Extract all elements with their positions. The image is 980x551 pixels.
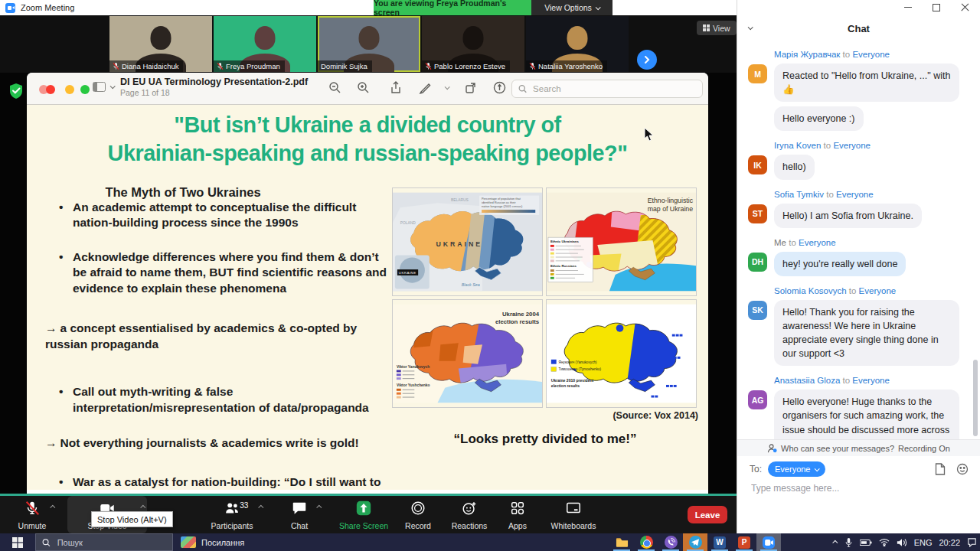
chat-recipient[interactable]: Everyone [859,286,897,295]
slide-arrow-item[interactable]: →a concept essentialised by academics & … [45,321,391,352]
chat-sender-line[interactable]: Iryna Koven to Everyone [774,141,871,150]
chat-to-word[interactable]: to [843,376,851,385]
slide-item-marker[interactable]: • [59,249,63,265]
chat-message-group[interactable]: STSofia Tymkiv to EveryoneHello) I am So… [737,190,980,228]
avatar[interactable]: IK [748,155,767,174]
battery-icon[interactable] [860,539,872,546]
chat-message-list[interactable]: MМарія Журавчак to EveryoneReacted to "H… [737,40,980,439]
participant-video[interactable]: Pablo Lorenzo Esteve [422,16,524,72]
sidebar-toggle-button[interactable] [93,82,114,92]
chat-sender-name[interactable]: Solomia Kosovych [774,286,847,295]
unmute-options-caret[interactable] [50,505,55,510]
chat-bubbles[interactable]: Hello everyone! Huge thanks to the organ… [774,385,959,439]
view-options-button[interactable]: View Options [531,0,612,15]
chat-sender-name[interactable]: Anastasiia Gloza [774,376,840,385]
avatar[interactable]: SK [748,301,767,320]
chat-input-area[interactable] [750,481,964,494]
taskbar-search-input[interactable] [56,537,166,548]
participant-name[interactable]: Nataliia Yaroshenko [538,62,603,70]
participant-name[interactable]: Diana Haidaichuk [122,62,178,70]
share-screen-button[interactable]: Share Screen [328,496,400,533]
slide-arrow-item[interactable]: →Not everything journalists & academics … [45,435,391,451]
avatar[interactable]: M [748,64,767,83]
markup-button[interactable] [413,82,436,94]
maximize-icon[interactable] [933,3,941,11]
chat-message-bubble[interactable]: hey! you're really well done [774,252,906,276]
chat-message-group[interactable]: DHMe to Everyonehey! you're really well … [737,238,980,276]
chat-options-caret[interactable] [316,505,322,510]
language-indicator[interactable]: ENG [914,538,933,547]
chat-bubbles[interactable]: hey! you're really well done [774,247,906,276]
share-export-button[interactable] [378,81,413,94]
chat-sender-line[interactable]: Anastasiia Gloza to Everyone [774,376,959,385]
privacy-question[interactable]: Who can see your messages? [781,444,894,453]
whiteboards-button[interactable]: Whiteboards [541,496,606,533]
participant-video[interactable]: Diana Haidaichuk [109,16,212,72]
chat-group-body[interactable]: Solomia Kosovych to EveryoneHello! Thank… [774,286,959,367]
slide-item-marker[interactable]: • [59,200,63,215]
chat-message-group[interactable]: SKSolomia Kosovych to EveryoneHello! Tha… [737,286,980,367]
chat-message-bubble[interactable]: Hello everyone! Huge thanks to the organ… [774,390,959,439]
zoom-in-button[interactable] [348,81,378,94]
viber-taskbar-button[interactable] [658,533,683,551]
slide-bullet-item[interactable]: •Acknowledge differences where you find … [45,249,391,296]
start-button[interactable] [0,533,35,551]
attach-file-icon[interactable] [934,463,946,475]
slide-bullet-item[interactable]: •War as a catalyst for nation-building: … [45,474,391,490]
slide-item-text[interactable]: War as a catalyst for nation-building: “… [73,475,381,490]
recipient-select[interactable]: Everyone [768,461,825,477]
chat-group-body[interactable]: Iryna Koven to Everyonehello) [774,141,871,179]
chat-message-bubble[interactable]: Hello everyone :) [774,106,864,131]
minimize-icon[interactable] [904,3,913,11]
leave-button[interactable]: Leave [688,506,727,523]
speaker-icon[interactable] [897,538,907,547]
telegram-taskbar-button[interactable] [683,533,707,551]
reactions-button[interactable]: Reactions [444,496,495,533]
window-traffic-lights[interactable] [39,84,93,95]
chat-message-bubble[interactable]: Hello! Thank you for raising the awarene… [774,300,959,367]
chat-message-bubble[interactable]: hello) [774,155,815,179]
chat-sender-name[interactable]: Iryna Koven [774,141,821,150]
share-screen-label[interactable]: Share Screen [339,521,388,530]
participant-name-chip[interactable]: Nataliia Yaroshenko [526,60,607,72]
avatar[interactable]: DH [748,253,767,272]
emoji-icon[interactable] [956,463,969,475]
next-participants-button[interactable] [637,50,657,70]
participant-video[interactable]: Dominik Sujka [318,16,420,72]
chat-recipient[interactable]: Everyone [852,50,890,59]
participants-label[interactable]: Participants [211,521,253,530]
chat-sender-name[interactable]: Sofia Tymkiv [774,190,824,199]
reactions-label[interactable]: Reactions [452,521,488,530]
chat-label[interactable]: Chat [291,521,308,530]
minimize-window-icon[interactable] [65,85,74,94]
clock[interactable]: 20:22 [939,538,960,547]
slide-item-text[interactable]: Call out myth-writing & false interpreta… [73,385,369,413]
slide-item-text[interactable]: a concept essentialised by academics & c… [45,321,357,350]
chat-message-bubble[interactable]: Reacted to "Hello from Ukraine, ..." wit… [774,64,959,102]
chat-to-word[interactable]: to [789,238,796,247]
participants-count-badge[interactable]: 33 [240,501,248,510]
participant-silhouette[interactable] [255,26,276,50]
chat-recipient[interactable]: Everyone [836,190,874,199]
chat-button[interactable]: Chat [276,496,323,533]
participant-name[interactable]: Pablo Lorenzo Esteve [434,62,505,70]
chat-group-body[interactable]: Марія Журавчак to EveryoneReacted to "He… [774,50,959,131]
chat-to-word[interactable]: to [826,190,834,199]
view-layout-button[interactable]: View [697,21,737,35]
chat-message-group[interactable]: AGAnastasiia Gloza to EveryoneHello ever… [737,376,980,439]
whiteboards-label[interactable]: Whiteboards [551,521,596,530]
participant-silhouette[interactable] [359,26,380,50]
chat-bubbles[interactable]: Hello) I am Sofia from Ukraine. [774,199,922,228]
participant-silhouette[interactable] [567,26,588,50]
chat-sender-name[interactable]: Марія Журавчак [774,50,840,59]
slide-bullet-item[interactable]: •Call out myth-writing & false interpret… [45,384,391,416]
unmute-label[interactable]: Unmute [18,521,47,530]
apps-button[interactable]: Apps [499,496,536,533]
rotate-button[interactable] [456,82,485,94]
chat-sender-line[interactable]: Solomia Kosovych to Everyone [774,286,959,295]
chat-message-bubble[interactable]: Hello) I am Sofia from Ukraine. [774,204,922,228]
stop-video-options-caret[interactable] [140,505,145,510]
markup-options-button[interactable] [436,86,456,90]
participants-button[interactable]: Participants33 [199,496,265,533]
taskbar-search[interactable] [35,533,173,551]
